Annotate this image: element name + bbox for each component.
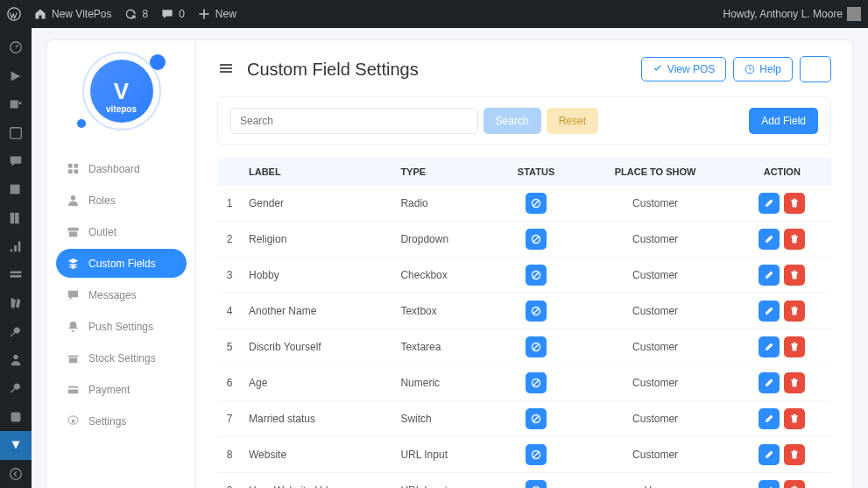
trash-icon bbox=[789, 198, 800, 209]
sidebar-item-label: Roles bbox=[88, 194, 116, 207]
wp-admin-bar: New VitePos 8 0 New Howdy, Anthony L. Mo… bbox=[0, 0, 868, 28]
edit-button[interactable] bbox=[759, 229, 780, 250]
delete-button[interactable] bbox=[784, 372, 805, 393]
svg-rect-11 bbox=[68, 164, 73, 168]
edit-button[interactable] bbox=[759, 301, 780, 322]
edit-button[interactable] bbox=[759, 193, 780, 214]
edit-button[interactable] bbox=[759, 480, 780, 488]
cell-type: Textbox bbox=[393, 294, 494, 329]
wp-updates-count: 8 bbox=[142, 8, 148, 20]
wp-nav-item[interactable] bbox=[0, 175, 32, 203]
cell-label: Religion bbox=[242, 222, 393, 258]
edit-button[interactable] bbox=[759, 265, 780, 286]
status-toggle[interactable] bbox=[526, 336, 547, 357]
add-field-button[interactable]: Add Field bbox=[749, 108, 818, 134]
trash-icon bbox=[789, 270, 800, 280]
edit-button[interactable] bbox=[759, 444, 780, 465]
status-toggle[interactable] bbox=[526, 265, 547, 286]
wp-logo-icon[interactable] bbox=[7, 7, 21, 21]
edit-button[interactable] bbox=[759, 336, 780, 357]
delete-button[interactable] bbox=[784, 193, 805, 214]
wp-nav-item[interactable] bbox=[0, 232, 32, 260]
theme-toggle[interactable] bbox=[800, 56, 831, 82]
sidebar-item-payment[interactable]: Payment bbox=[56, 375, 187, 404]
row-number: 3 bbox=[217, 258, 242, 294]
wp-nav-item[interactable] bbox=[0, 317, 32, 345]
svg-point-18 bbox=[72, 420, 75, 423]
wp-nav-item[interactable] bbox=[0, 61, 32, 89]
wp-nav-collapse[interactable] bbox=[0, 460, 32, 488]
wp-nav-item[interactable] bbox=[0, 147, 32, 175]
delete-button[interactable] bbox=[784, 229, 805, 250]
wp-nav-dashboard[interactable] bbox=[0, 33, 32, 61]
table-row: 4Another NameTextboxCustomer bbox=[217, 294, 831, 329]
wp-nav-item[interactable] bbox=[0, 403, 32, 431]
col-label: LABEL bbox=[242, 158, 393, 186]
sidebar-item-stock-settings[interactable]: Stock Settings bbox=[56, 343, 187, 372]
wp-new-link[interactable]: New bbox=[197, 7, 236, 21]
status-toggle[interactable] bbox=[526, 444, 547, 465]
sidebar-item-custom-fields[interactable]: Custom Fields bbox=[56, 249, 187, 278]
status-toggle[interactable] bbox=[526, 229, 547, 250]
sidebar-item-roles[interactable]: Roles bbox=[56, 186, 187, 215]
col-action: ACTION bbox=[733, 158, 831, 186]
wp-nav-item[interactable] bbox=[0, 204, 32, 232]
cell-label: User Website Url bbox=[242, 473, 393, 489]
sidebar-item-label: Custom Fields bbox=[88, 258, 156, 270]
cell-place: Customer bbox=[578, 222, 733, 258]
row-number: 8 bbox=[217, 437, 242, 473]
status-toggle[interactable] bbox=[526, 301, 547, 322]
svg-line-35 bbox=[533, 452, 539, 457]
status-toggle[interactable] bbox=[526, 372, 547, 393]
svg-rect-16 bbox=[68, 386, 78, 393]
wp-nav-item[interactable] bbox=[0, 90, 32, 118]
disable-icon bbox=[531, 414, 541, 424]
wp-updates-link[interactable]: 8 bbox=[123, 7, 148, 21]
wp-greeting-text: Howdy, Anthony L. Moore bbox=[723, 8, 843, 20]
status-toggle[interactable] bbox=[526, 408, 547, 429]
delete-button[interactable] bbox=[784, 301, 805, 322]
view-pos-button[interactable]: View POS bbox=[641, 57, 726, 81]
cell-label: Gender bbox=[242, 186, 393, 222]
wp-comments-link[interactable]: 0 bbox=[160, 7, 185, 21]
sidebar-item-messages[interactable]: Messages bbox=[56, 280, 187, 309]
wp-nav-item[interactable] bbox=[0, 261, 32, 289]
wp-nav-item[interactable] bbox=[0, 118, 32, 146]
sidebar-item-outlet[interactable]: Outlet bbox=[56, 217, 187, 246]
wp-user-greeting[interactable]: Howdy, Anthony L. Moore bbox=[723, 7, 861, 21]
delete-button[interactable] bbox=[784, 444, 805, 465]
delete-button[interactable] bbox=[784, 408, 805, 429]
clock-icon bbox=[745, 64, 755, 74]
layers-icon bbox=[67, 257, 80, 270]
wp-site-name: New VitePos bbox=[52, 8, 111, 20]
trash-icon bbox=[789, 414, 800, 424]
disable-icon bbox=[531, 342, 541, 352]
menu-toggle-icon[interactable] bbox=[217, 60, 235, 80]
svg-line-23 bbox=[533, 237, 539, 242]
wp-home-link[interactable]: New VitePos bbox=[33, 7, 111, 21]
edit-button[interactable] bbox=[759, 408, 780, 429]
delete-button[interactable] bbox=[784, 336, 805, 357]
wp-nav-item[interactable] bbox=[0, 289, 32, 317]
search-input[interactable] bbox=[230, 108, 478, 134]
delete-button[interactable] bbox=[784, 265, 805, 286]
edit-button[interactable] bbox=[759, 372, 780, 393]
table-row: 8WebsiteURL InputCustomer bbox=[217, 437, 831, 473]
search-button[interactable]: Search bbox=[483, 108, 541, 134]
help-button[interactable]: Help bbox=[733, 57, 793, 81]
sidebar-item-push-settings[interactable]: Push Settings bbox=[56, 312, 187, 341]
check-icon bbox=[653, 64, 663, 74]
wp-nav-vitepos[interactable] bbox=[0, 431, 32, 459]
status-toggle[interactable] bbox=[526, 480, 547, 488]
svg-point-0 bbox=[8, 8, 20, 20]
sidebar-item-settings[interactable]: Settings bbox=[56, 407, 187, 435]
delete-button[interactable] bbox=[784, 480, 805, 488]
reset-button[interactable]: Reset bbox=[547, 108, 598, 134]
status-toggle[interactable] bbox=[526, 193, 547, 214]
wp-nav-item[interactable] bbox=[0, 374, 32, 402]
col-type: TYPE bbox=[393, 158, 494, 186]
sidebar-item-dashboard[interactable]: Dashboard bbox=[56, 154, 187, 183]
gear-icon bbox=[67, 414, 80, 428]
sidebar-item-label: Messages bbox=[88, 289, 137, 301]
wp-nav-item[interactable] bbox=[0, 346, 32, 374]
